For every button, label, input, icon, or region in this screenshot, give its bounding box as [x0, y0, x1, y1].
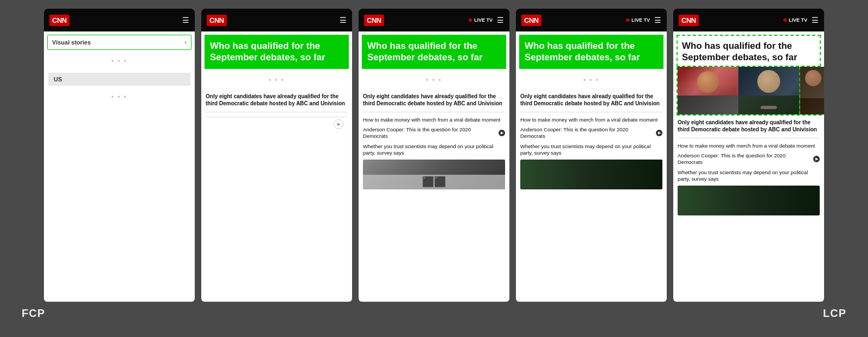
- sub-article-4-2-text: Anderson Cooper: This is the question fo…: [520, 126, 654, 140]
- visual-stories-label: Visual stories: [52, 39, 91, 46]
- sub-article-3-1: How to make money with merch from a vira…: [363, 117, 505, 123]
- loading-dots-4: • • •: [359, 71, 509, 90]
- cnn-logo-3: CNN: [364, 15, 384, 26]
- cnn-header-1: CNN ☰: [44, 9, 195, 31]
- sub-article-5-3-text: Whether you trust scientists may depend …: [678, 169, 820, 183]
- main-article-3: Only eight candidates have already quali…: [363, 93, 505, 112]
- cnn-logo-4: CNN: [521, 15, 541, 26]
- header-right-3: LIVE TV ☰: [469, 16, 504, 24]
- headline-box-2: Who has qualified for the September deba…: [205, 35, 349, 69]
- live-tv-badge-4: LIVE TV: [626, 17, 650, 23]
- headline-box-5-wrapper: Who has qualified for the September deba…: [676, 35, 821, 67]
- sub-article-5-1-text: How to make money with merch from a vira…: [678, 143, 815, 149]
- video-overlay-text-3: ⬛⬛: [422, 176, 446, 188]
- phone-1-fcp: CNN ☰ Visual stories › • • • US • • •: [44, 9, 195, 302]
- phone-4-article: CNN LIVE TV ☰ Who has qualified for the …: [516, 9, 667, 302]
- hamburger-icon-5[interactable]: ☰: [812, 16, 819, 24]
- article-list-2: Only eight candidates have already quali…: [201, 90, 352, 302]
- thumb-dark-5: [678, 186, 820, 215]
- play-icon-5: ▶: [813, 156, 820, 162]
- scroll-indicator-2: ▶: [206, 117, 348, 131]
- loading-dots-5: • • •: [516, 71, 667, 90]
- phone-cards-container: CNN ☰ Visual stories › • • • US • • • CN…: [0, 0, 868, 302]
- sub-article-5-3: Whether you trust scientists may depend …: [678, 169, 820, 183]
- hamburger-icon-4[interactable]: ☰: [654, 16, 661, 24]
- image-thumb-4: [520, 160, 662, 189]
- sub-article-5-1: How to make money with merch from a vira…: [678, 143, 820, 149]
- article-list-3: Only eight candidates have already quali…: [359, 90, 509, 302]
- live-dot-5: [783, 18, 787, 22]
- cnn-header-2: CNN ☰: [201, 9, 352, 31]
- play-icon-4: ▶: [656, 130, 662, 136]
- hero-image-person-2: [738, 67, 799, 115]
- main-article-4: Only eight candidates have already quali…: [520, 93, 662, 112]
- sub-article-5-2: Anderson Cooper: This is the question fo…: [678, 152, 820, 166]
- headline-text-2: Who has qualified for the September deba…: [210, 40, 343, 63]
- main-article-5: Only eight candidates have already quali…: [678, 119, 820, 138]
- article-list-5: Only eight candidates have already quali…: [673, 116, 824, 302]
- phone-3-article: CNN LIVE TV ☰ Who has qualified for the …: [359, 9, 509, 302]
- video-overlay-3: ⬛⬛: [363, 175, 505, 190]
- loading-dots-1: • • •: [44, 52, 195, 71]
- sub-article-4-1-text: How to make money with merch from a vira…: [520, 117, 658, 123]
- cnn-header-3: CNN LIVE TV ☰: [359, 9, 509, 31]
- phone-2-article: CNN ☰ Who has qualified for the Septembe…: [201, 9, 352, 302]
- header-right-5: LIVE TV ☰: [783, 16, 819, 24]
- thumb-dark-4: [520, 160, 662, 189]
- cnn-header-4: CNN LIVE TV ☰: [516, 9, 667, 31]
- hero-image-5: [676, 67, 824, 116]
- sub-article-5-2-text: Anderson Cooper: This is the question fo…: [678, 152, 812, 166]
- live-tv-badge-3: LIVE TV: [469, 17, 493, 23]
- hero-image-person-1: [678, 67, 738, 115]
- live-tv-text-5: LIVE TV: [789, 17, 807, 23]
- hero-image-person-3: [799, 67, 824, 115]
- sub-article-4-3-text: Whether you trust scientists may depend …: [520, 143, 662, 157]
- cnn-logo-5: CNN: [679, 15, 699, 26]
- video-thumb-3: ⬛⬛: [363, 160, 505, 189]
- sub-article-3-1-text: How to make money with merch from a vira…: [363, 117, 500, 123]
- sub-article-4-3: Whether you trust scientists may depend …: [520, 143, 662, 157]
- headline-text-5: Who has qualified for the September deba…: [682, 40, 815, 63]
- play-circle-icon: ▶: [334, 119, 343, 129]
- fcp-label: FCP: [11, 307, 45, 320]
- headline-box-4: Who has qualified for the September deba…: [519, 35, 663, 69]
- us-section-label: US: [48, 73, 190, 86]
- visual-stories-bar[interactable]: Visual stories ›: [47, 35, 192, 50]
- sub-article-4-1: How to make money with merch from a vira…: [520, 117, 662, 123]
- sub-article-4-2: Anderson Cooper: This is the question fo…: [520, 126, 662, 140]
- chevron-right-icon: ›: [184, 39, 187, 46]
- hamburger-icon-3[interactable]: ☰: [497, 16, 504, 24]
- article-list-4: Only eight candidates have already quali…: [516, 90, 667, 302]
- cnn-logo-2: CNN: [207, 15, 227, 26]
- live-tv-text-4: LIVE TV: [631, 17, 650, 23]
- lcp-label: LCP: [823, 307, 857, 320]
- sub-article-3-2: Anderson Cooper: This is the question fo…: [363, 126, 505, 140]
- header-right-4: LIVE TV ☰: [626, 16, 661, 24]
- hamburger-icon-1[interactable]: ☰: [182, 16, 189, 24]
- sub-article-3-3: Whether you trust scientists may depend …: [363, 143, 505, 157]
- play-icon-3: ▶: [499, 130, 505, 136]
- sub-article-3-2-text: Anderson Cooper: This is the question fo…: [363, 126, 497, 140]
- hamburger-icon-2[interactable]: ☰: [340, 16, 347, 24]
- labels-row: FCP LCP: [0, 302, 868, 325]
- headline-box-3: Who has qualified for the September deba…: [362, 35, 506, 69]
- headline-text-4: Who has qualified for the September deba…: [525, 40, 658, 63]
- cnn-header-5: CNN LIVE TV ☰: [673, 9, 824, 31]
- sub-article-3-3-text: Whether you trust scientists may depend …: [363, 143, 505, 157]
- loading-dots-2: • • •: [44, 88, 195, 106]
- cnn-logo-1: CNN: [49, 15, 69, 26]
- loading-dots-3: • • •: [201, 71, 352, 90]
- main-article-2: Only eight candidates have already quali…: [206, 93, 348, 112]
- phone-5-lcp: CNN LIVE TV ☰ Who has qualified for the …: [673, 9, 824, 302]
- live-dot-3: [469, 18, 472, 22]
- image-thumb-5: [678, 186, 820, 215]
- headline-text-3: Who has qualified for the September deba…: [367, 40, 501, 63]
- live-tv-badge-5: LIVE TV: [783, 17, 807, 23]
- live-dot-4: [626, 18, 629, 22]
- live-tv-text-3: LIVE TV: [474, 17, 493, 23]
